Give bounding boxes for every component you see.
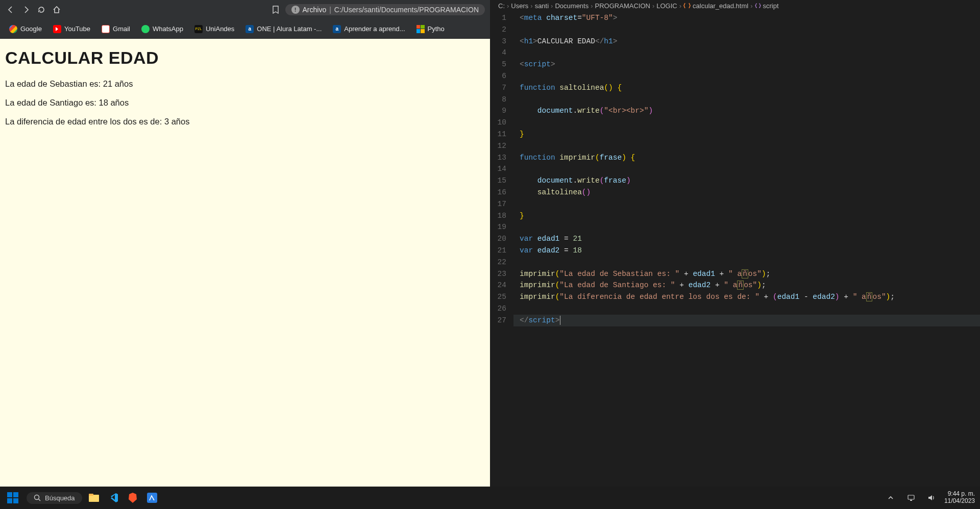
aprender-icon: a xyxy=(333,25,341,33)
browser-toolbar: ! Archivo | C:/Users/santi/Documents/PRO… xyxy=(0,0,490,19)
bookmark-label: WhatsApp xyxy=(153,25,183,33)
code-editor[interactable]: 1234567891011121314151617181920212223242… xyxy=(490,11,980,487)
bookmark-label: Google xyxy=(20,25,42,33)
url-path: C:/Users/santi/Documents/PROGRAMACION xyxy=(334,6,479,14)
alura-icon: a xyxy=(246,25,254,33)
bookmark-label: YouTube xyxy=(64,25,90,33)
code-lines[interactable]: <meta charset="UFT-8"> <h1>CALCULAR EDAD… xyxy=(513,11,980,487)
taskbar-clock[interactable]: 9:44 p. m. 11/04/2023 xyxy=(944,491,975,505)
bookmark-item-alura[interactable]: a ONE | Alura Latam -... xyxy=(241,23,326,35)
html-file-icon xyxy=(683,2,691,9)
tray-chevron-icon[interactable] xyxy=(883,490,898,505)
whatsapp-icon xyxy=(141,25,150,33)
crumb-file[interactable]: calcular_edad.html xyxy=(693,2,748,10)
editor-pane: C:› Users› santi› Documents› PROGRAMACIO… xyxy=(490,0,980,487)
symbol-icon xyxy=(755,3,761,9)
svg-rect-2 xyxy=(89,495,99,502)
crumb-programacion[interactable]: PROGRAMACION xyxy=(595,2,650,10)
bookmark-item-google[interactable]: Google xyxy=(5,23,46,35)
bookmark-item-aprender[interactable]: a Aprender a aprend... xyxy=(329,23,409,35)
svg-line-1 xyxy=(39,499,41,501)
explorer-icon[interactable] xyxy=(86,490,102,505)
vscode-icon[interactable] xyxy=(106,490,121,505)
address-bar[interactable]: ! Archivo | C:/Users/santi/Documents/PRO… xyxy=(285,4,485,15)
output-line-1: La edad de Sebastian es: 21 años xyxy=(5,79,485,89)
output-line-2: La edad de Santiago es: 18 años xyxy=(5,98,485,108)
url-scheme-label: Archivo xyxy=(303,6,327,14)
svg-rect-4 xyxy=(147,493,157,503)
forward-button[interactable] xyxy=(20,4,32,15)
search-icon xyxy=(34,494,41,501)
bookmark-label: Pytho xyxy=(428,25,445,33)
network-icon[interactable] xyxy=(903,490,919,505)
page-content: CALCULAR EDAD La edad de Sebastian es: 2… xyxy=(0,39,490,487)
app-icon[interactable] xyxy=(144,490,160,505)
bookmark-item-gmail[interactable]: Gmail xyxy=(97,23,134,35)
bookmark-item-python[interactable]: Pytho xyxy=(412,23,449,35)
search-placeholder: Búsqueda xyxy=(45,494,75,502)
back-button[interactable] xyxy=(5,4,16,15)
reload-button[interactable] xyxy=(36,4,47,15)
bookmark-label: ONE | Alura Latam -... xyxy=(257,25,322,33)
crumb-documents[interactable]: Documents xyxy=(555,2,589,10)
home-button[interactable] xyxy=(51,4,62,15)
svg-point-0 xyxy=(35,495,39,500)
output-line-3: La diferencia de edad entre los dos es d… xyxy=(5,117,485,126)
volume-icon[interactable] xyxy=(924,490,939,505)
google-icon xyxy=(9,25,17,33)
uniandes-icon: PZL xyxy=(194,25,203,33)
bookmark-item-whatsapp[interactable]: WhatsApp xyxy=(137,23,187,35)
clock-date: 11/04/2023 xyxy=(944,498,975,505)
crumb-symbol[interactable]: script xyxy=(763,2,779,10)
bookmark-label: Aprender a aprend... xyxy=(344,25,405,33)
bookmark-label: UniAndes xyxy=(206,25,234,33)
bookmark-item-uniandes[interactable]: PZL UniAndes xyxy=(190,23,238,35)
crumb-drive[interactable]: C: xyxy=(498,2,505,10)
ms-icon xyxy=(416,25,425,33)
bookmark-button[interactable] xyxy=(270,4,281,15)
browser-pane: ! Archivo | C:/Users/santi/Documents/PRO… xyxy=(0,0,490,487)
site-info-icon[interactable]: ! xyxy=(291,6,300,14)
crumb-user[interactable]: santi xyxy=(535,2,549,10)
bookmarks-bar: Google YouTube Gmail WhatsApp PZL UniAnd… xyxy=(0,19,490,39)
breadcrumb[interactable]: C:› Users› santi› Documents› PROGRAMACIO… xyxy=(490,0,980,11)
taskbar-search[interactable]: Búsqueda xyxy=(27,492,82,504)
clock-time: 9:44 p. m. xyxy=(944,491,975,498)
svg-rect-3 xyxy=(89,494,93,496)
brave-icon[interactable] xyxy=(125,490,140,505)
crumb-logic[interactable]: LOGIC xyxy=(656,2,677,10)
youtube-icon xyxy=(53,25,61,33)
bookmark-label: Gmail xyxy=(113,25,130,33)
bookmark-item-youtube[interactable]: YouTube xyxy=(49,23,94,35)
line-gutter: 1234567891011121314151617181920212223242… xyxy=(490,11,513,487)
page-title: CALCULAR EDAD xyxy=(5,48,485,68)
windows-logo-icon xyxy=(7,492,18,503)
svg-rect-5 xyxy=(908,495,914,499)
editor-cursor xyxy=(560,316,560,325)
gmail-icon xyxy=(102,25,110,33)
start-button[interactable] xyxy=(5,490,20,505)
crumb-users[interactable]: Users xyxy=(511,2,528,10)
svg-rect-6 xyxy=(910,500,912,501)
taskbar: Búsqueda 9:44 p. m. 11/04/2023 xyxy=(0,487,980,509)
